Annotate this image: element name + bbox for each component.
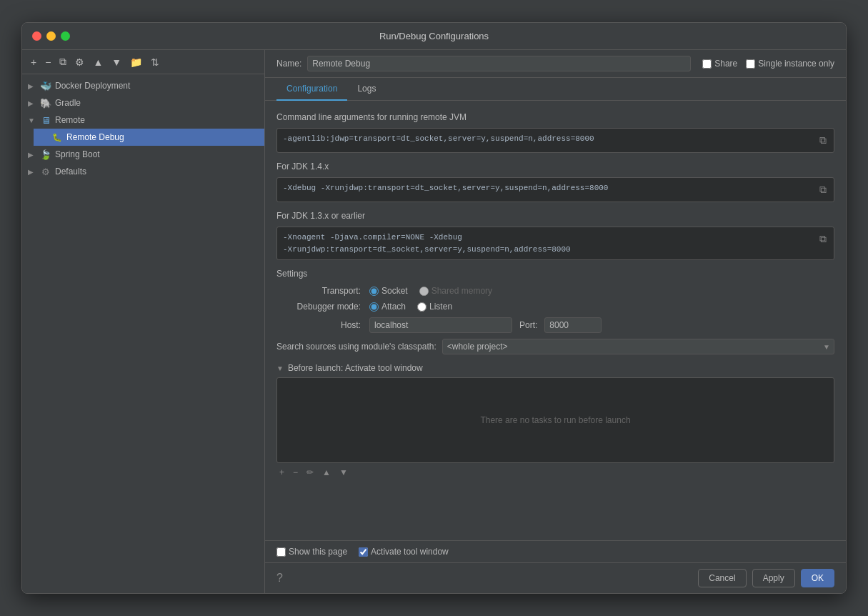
debugger-listen-label[interactable]: Listen [417,302,452,312]
copy-jdk13-button[interactable]: ⧉ [818,232,828,247]
ok-button[interactable]: OK [801,569,834,587]
folder-button[interactable]: 📁 [127,55,145,69]
add-config-button[interactable]: + [28,55,39,69]
collapse-arrow-icon[interactable]: ▼ [276,364,284,372]
classpath-select-wrapper: <whole project> ▼ [442,339,834,354]
docker-icon: 🐳 [39,79,52,92]
maximize-button[interactable] [61,31,70,41]
sidebar-item-remote[interactable]: ▼ 🖥 Remote [22,111,264,129]
debugger-attach-label[interactable]: Attach [369,302,406,312]
before-launch-section: ▼ Before launch: Activate tool window Th… [276,363,834,482]
single-instance-checkbox[interactable] [746,59,755,69]
sort-button[interactable]: ⇅ [148,55,162,69]
share-checkbox-label[interactable]: Share [702,59,737,69]
share-area: Share Single instance only [702,59,834,69]
show-page-checkbox[interactable] [276,547,286,557]
move-up-button[interactable]: ▲ [90,55,106,69]
move-down-button[interactable]: ▼ [109,55,124,69]
sidebar-item-gradle[interactable]: ▶ 🐘 Gradle [22,94,264,111]
show-page-checkbox-label[interactable]: Show this page [276,547,347,557]
jdk14-value: -Xdebug -Xrunjdwp:transport=dt_socket,se… [283,182,818,194]
transport-shared-memory-label[interactable]: Shared memory [419,286,492,296]
tab-configuration[interactable]: Configuration [276,78,347,101]
share-label: Share [714,59,737,69]
config-panel: Command line arguments for running remot… [265,101,846,540]
close-button[interactable] [32,31,41,41]
arrow-icon: ▶ [28,151,39,159]
launch-down-button[interactable]: ▼ [336,466,351,479]
launch-remove-button[interactable]: − [290,466,301,479]
debugger-attach-radio[interactable] [369,302,379,312]
before-launch-title: Before launch: Activate tool window [288,363,423,373]
transport-shared-memory-radio[interactable] [419,287,429,296]
cmd-value: -agentlib:jdwp=transport=dt_socket,serve… [283,133,818,145]
before-launch-header: ▼ Before launch: Activate tool window [276,363,834,373]
debugger-mode-radio-group: Attach Listen [369,302,452,312]
transport-socket-label[interactable]: Socket [369,286,408,296]
bottom-bar: ? Cancel Apply OK [265,562,846,593]
debugger-mode-row: Debugger mode: Attach Listen [276,302,834,312]
minimize-button[interactable] [46,31,56,41]
jdk13-title: For JDK 1.3.x or earlier [276,211,834,221]
sidebar-item-remote-debug[interactable]: 🐛 Remote Debug [34,129,264,146]
defaults-icon: ⚙ [39,165,52,178]
titlebar: Run/Debug Configurations [22,23,846,50]
spring-icon: 🍃 [39,148,52,161]
transport-socket-radio[interactable] [369,287,379,296]
launch-empty-text: There are no tasks to run before launch [480,415,630,425]
host-input[interactable] [369,317,512,333]
sidebar-tree: ▶ 🐳 Docker Deployment ▶ 🐘 Gradle ▼ 🖥 Rem… [22,74,264,593]
launch-edit-button[interactable]: ✏ [304,466,316,479]
debugger-listen-text: Listen [429,302,452,312]
single-instance-checkbox-label[interactable]: Single instance only [746,59,834,69]
port-input[interactable] [544,317,602,333]
main-content: + − ⧉ ⚙ ▲ ▼ 📁 ⇅ ▶ 🐳 Docker Deployment ▶ [22,50,846,593]
window-controls [32,31,70,41]
host-port-row: Host: Port: [276,317,834,333]
copy-config-button[interactable]: ⧉ [56,54,69,69]
sidebar-item-label: Docker Deployment [55,81,130,91]
activate-checkbox-label[interactable]: Activate tool window [359,547,449,557]
share-checkbox[interactable] [702,59,712,69]
jdk13-box: -Xnoagent -Djava.compiler=NONE -Xdebug -… [276,227,834,260]
copy-cmd-button[interactable]: ⧉ [818,133,828,148]
classpath-select[interactable]: <whole project> [442,339,834,354]
launch-add-button[interactable]: + [276,466,287,479]
sidebar-item-label: Remote [55,115,85,125]
action-buttons: Cancel Apply OK [698,569,834,587]
remote-icon: 🖥 [39,114,52,126]
debugger-attach-text: Attach [381,302,406,312]
launch-up-button[interactable]: ▲ [319,466,334,479]
tab-logs[interactable]: Logs [347,78,386,101]
arrow-icon: ▶ [28,168,39,176]
sidebar-item-docker[interactable]: ▶ 🐳 Docker Deployment [22,77,264,94]
help-icon[interactable]: ? [276,572,283,585]
copy-jdk14-button[interactable]: ⧉ [818,182,828,197]
transport-label: Transport: [276,286,369,296]
arrow-icon: ▶ [28,82,39,90]
jdk13-value: -Xnoagent -Djava.compiler=NONE -Xdebug -… [283,232,818,255]
jdk14-title: For JDK 1.4.x [276,162,834,172]
sidebar-item-label: Remote Debug [66,132,124,142]
sidebar-item-defaults[interactable]: ▶ ⚙ Defaults [22,163,264,180]
name-input[interactable] [307,56,691,71]
transport-socket-text: Socket [381,286,408,296]
debug-icon: 🐛 [51,131,64,144]
sidebar-item-spring[interactable]: ▶ 🍃 Spring Boot [22,146,264,163]
host-label: Host: [276,320,369,330]
remove-config-button[interactable]: − [42,55,54,69]
transport-row: Transport: Socket Shared memory [276,286,834,296]
gradle-icon: 🐘 [39,96,52,109]
cancel-button[interactable]: Cancel [698,569,746,587]
apply-button[interactable]: Apply [752,569,795,587]
activate-checkbox[interactable] [359,547,368,557]
settings-section: Settings Transport: Socket Shared memory [276,269,834,333]
settings-config-button[interactable]: ⚙ [72,55,87,69]
debugger-listen-radio[interactable] [417,302,426,312]
transport-shared-memory-text: Shared memory [431,286,492,296]
footer-options: Show this page Activate tool window [265,540,846,562]
name-bar: Name: Share Single instance only [265,50,846,78]
port-label: Port: [519,320,537,330]
sidebar: + − ⧉ ⚙ ▲ ▼ 📁 ⇅ ▶ 🐳 Docker Deployment ▶ [22,50,265,593]
cmd-box: -agentlib:jdwp=transport=dt_socket,serve… [276,128,834,153]
